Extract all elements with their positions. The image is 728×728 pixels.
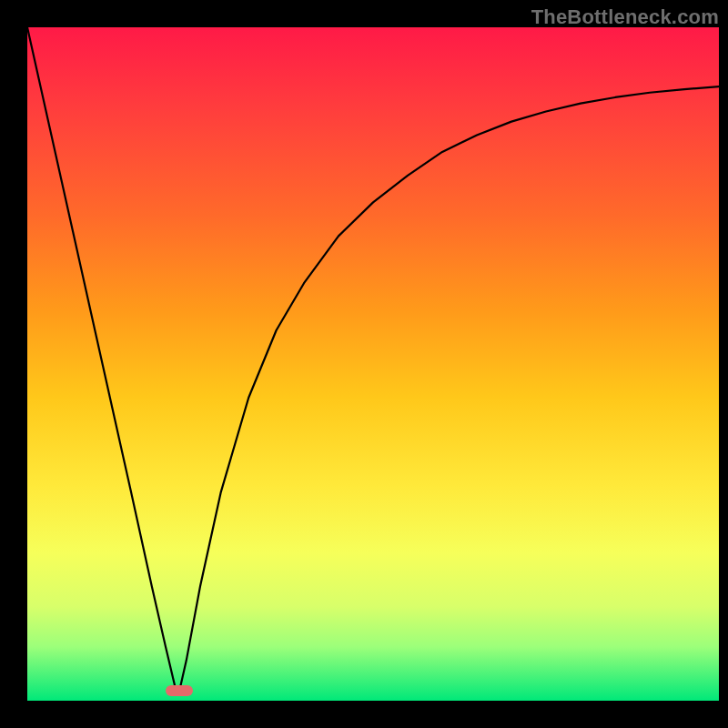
plot-area xyxy=(27,27,719,701)
chart-frame: TheBottleneck.com xyxy=(0,0,728,728)
bottleneck-curve xyxy=(27,27,719,691)
watermark-text: TheBottleneck.com xyxy=(531,5,719,29)
minimum-marker xyxy=(166,685,193,696)
curve-svg xyxy=(27,27,719,701)
